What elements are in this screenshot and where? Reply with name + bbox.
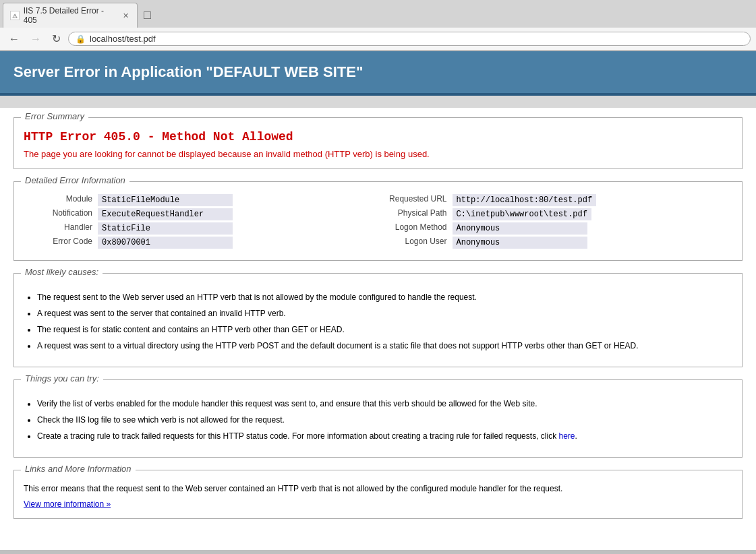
detail-row: Error Code0x80070001 [24, 237, 378, 249]
most-likely-content: The request sent to the Web server used … [14, 274, 742, 367]
page-content: Server Error in Application "DEFAULT WEB… [0, 51, 756, 550]
detail-value: 0x80070001 [98, 237, 233, 249]
new-tab-button[interactable]: □ [140, 7, 154, 24]
tab-bar: ⚠ IIS 7.5 Detailed Error - 405 ✕ □ [0, 0, 756, 28]
detail-value: Anonymous [453, 222, 587, 235]
detail-row: Logon UserAnonymous [378, 237, 733, 249]
detail-label: Error Code [24, 237, 98, 249]
detail-value: http://localhost:80/test.pdf [453, 194, 597, 206]
detail-col-right: Requested URLhttp://localhost:80/test.pd… [378, 194, 733, 251]
most-likely-box: Most likely causes: The request sent to … [13, 273, 743, 367]
things-to-try-list: Verify the list of verbs enabled for the… [24, 398, 732, 442]
nav-bar: ← → ↻ 🔒 localhost/test.pdf [0, 28, 756, 51]
most-likely-title: Most likely causes: [21, 267, 103, 277]
links-info-title: Links and More Information [21, 464, 136, 474]
detailed-error-content: ModuleStaticFileModuleNotificationExecut… [14, 182, 742, 260]
list-item: The request is for static content and co… [37, 324, 732, 336]
detail-value: ExecuteRequestHandler [98, 208, 233, 220]
list-item: The request sent to the Web server used … [37, 291, 732, 303]
address-bar[interactable]: 🔒 localhost/test.pdf [68, 32, 751, 46]
view-more-link[interactable]: View more information » [24, 499, 111, 509]
tab-label: IIS 7.5 Detailed Error - 405 [24, 6, 117, 25]
refresh-button[interactable]: ↻ [49, 31, 64, 47]
detail-label: Handler [24, 222, 98, 235]
detailed-error-box: Detailed Error Information ModuleStaticF… [13, 181, 743, 261]
list-item: A request was sent to a virtual director… [37, 340, 732, 352]
detail-label: Logon User [378, 237, 453, 249]
detail-label: Module [24, 194, 98, 206]
header-title: Server Error in Application "DEFAULT WEB… [13, 63, 363, 80]
detail-value: Anonymous [453, 237, 587, 249]
detail-row: Requested URLhttp://localhost:80/test.pd… [378, 194, 733, 206]
tab-close-button[interactable]: ✕ [121, 11, 130, 20]
detail-row: ModuleStaticFileModule [24, 194, 378, 206]
detail-col-left: ModuleStaticFileModuleNotificationExecut… [24, 194, 378, 251]
links-info-box: Links and More Information This error me… [13, 470, 743, 519]
detail-label: Requested URL [378, 194, 453, 206]
detail-columns: ModuleStaticFileModuleNotificationExecut… [24, 194, 732, 251]
detail-row: HandlerStaticFile [24, 222, 378, 235]
error-description: The page you are looking for cannot be d… [24, 149, 732, 159]
things-to-try-content: Verify the list of verbs enabled for the… [14, 380, 742, 457]
detail-row: NotificationExecuteRequestHandler [24, 208, 378, 220]
detailed-error-title: Detailed Error Information [21, 175, 129, 185]
lock-icon: 🔒 [76, 34, 86, 44]
back-button[interactable]: ← [5, 32, 23, 47]
address-text: localhost/test.pdf [90, 34, 743, 44]
list-item: Create a tracing rule to track failed re… [37, 430, 732, 442]
detail-row: Physical PathC:\inetpub\wwwroot\test.pdf [378, 208, 733, 220]
things-to-try-title: Things you can try: [21, 373, 103, 383]
browser-tab[interactable]: ⚠ IIS 7.5 Detailed Error - 405 ✕ [3, 3, 138, 28]
main-area: Error Summary HTTP Error 405.0 - Method … [0, 108, 756, 541]
error-summary-box: Error Summary HTTP Error 405.0 - Method … [13, 117, 743, 169]
browser-chrome: ⚠ IIS 7.5 Detailed Error - 405 ✕ □ ← → ↻… [0, 0, 756, 51]
tab-favicon: ⚠ [10, 11, 20, 20]
page-header: Server Error in Application "DEFAULT WEB… [0, 51, 756, 96]
most-likely-list: The request sent to the Web server used … [24, 291, 732, 352]
detail-label: Notification [24, 208, 98, 220]
list-item: Verify the list of verbs enabled for the… [37, 398, 732, 410]
error-code: HTTP Error 405.0 - Method Not Allowed [24, 130, 732, 144]
gray-stripe [0, 96, 756, 108]
things-to-try-box: Things you can try: Verify the list of v… [13, 379, 743, 458]
forward-button[interactable]: → [27, 32, 45, 47]
detail-label: Logon Method [378, 222, 453, 235]
tracing-rule-link[interactable]: here [558, 431, 575, 441]
detail-value: StaticFileModule [98, 194, 233, 206]
list-item: Check the IIS log file to see which verb… [37, 414, 732, 426]
detail-value: StaticFile [98, 222, 233, 235]
list-item: A request was sent to the server that co… [37, 307, 732, 319]
detail-value: C:\inetpub\wwwroot\test.pdf [453, 208, 591, 220]
links-info-text: This error means that the request sent t… [24, 483, 732, 495]
error-summary-content: HTTP Error 405.0 - Method Not Allowed Th… [14, 118, 742, 168]
error-summary-title: Error Summary [21, 111, 88, 121]
detail-row: Logon MethodAnonymous [378, 222, 733, 235]
links-info-content: This error means that the request sent t… [14, 470, 742, 518]
detail-label: Physical Path [378, 208, 453, 220]
